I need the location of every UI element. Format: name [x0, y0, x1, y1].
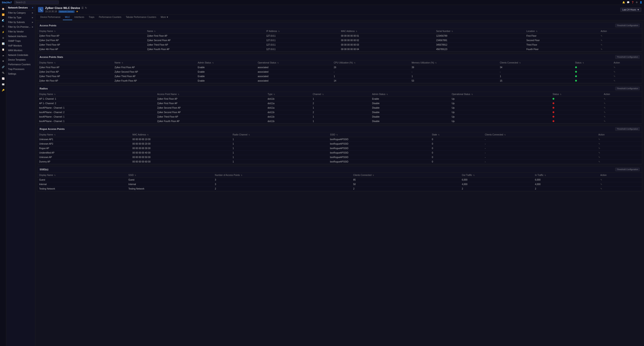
table-row: Dummy AP 00 00 00 00 60 00 1 bsnRogueAPS…	[37, 160, 642, 164]
rail-mend-icon[interactable]: ⚡	[1, 29, 6, 34]
col-type[interactable]: Type ⇅	[266, 92, 311, 97]
sidebar-add-icon[interactable]: +	[32, 6, 33, 9]
tab-tabular-performance-counters[interactable]: Tabular Performance Counters	[124, 14, 158, 20]
col-aps[interactable]: Number of Access Points ⇅	[213, 173, 352, 178]
col-status[interactable]: Status ⇅	[551, 92, 602, 97]
rail-reports-icon[interactable]: 📰	[1, 82, 6, 87]
col-display-name[interactable]: Display Name ⇅	[37, 92, 156, 97]
access-points-stats-title: Access Points Stats	[40, 56, 63, 58]
col-display-name[interactable]: Display Name ⇅	[37, 132, 130, 137]
tab-performance-counters[interactable]: Performance Counters	[96, 14, 124, 20]
time-range-selector[interactable]: Last 24 Hours ▼	[620, 7, 641, 12]
bell-icon[interactable]: 🔔	[622, 1, 625, 3]
gear-icon[interactable]: ⚙	[636, 1, 638, 3]
col-serial[interactable]: Serial Number ⇅	[434, 29, 524, 34]
icon-rail: 🏠 📶 🌊 🖧 ⚡ 🖥 📊 📋 ☁ ✖ 🔗 🔌 📈 📰 🔑	[0, 5, 6, 346]
col-admin[interactable]: Admin Status ⇅	[370, 92, 450, 97]
sidebar-item-filter-category[interactable]: Filter by Category ▶	[6, 10, 35, 15]
tab-interfaces[interactable]: Interfaces	[72, 14, 86, 20]
col-cpu[interactable]: CPU Utilization (%) ⇅	[332, 60, 410, 65]
access-points-stats-threshold-btn[interactable]: Threshold Configuration	[615, 55, 640, 59]
access-points-threshold-btn[interactable]: Threshold Configuration	[615, 24, 640, 27]
rail-network-icon[interactable]: 📶	[1, 12, 6, 17]
col-ip[interactable]: IP Address ⇅	[264, 29, 339, 34]
access-points-stats-header: Access Points Stats Threshold Configurat…	[37, 54, 642, 60]
col-status[interactable]: Status ⇅	[573, 60, 612, 65]
col-oper-status[interactable]: Operational Status ⇅	[256, 60, 332, 65]
device-menu-icon[interactable]: ☰	[82, 6, 84, 9]
sidebar-item-voip-monitors[interactable]: VoIP Monitors	[6, 43, 35, 48]
col-name[interactable]: Name ⇅	[145, 29, 264, 34]
sidebar-item-device-templates[interactable]: Device Templates	[6, 57, 35, 62]
device-info: Zylker Cisco WLC Device ☰ ↻ 10.10.30.16 …	[45, 6, 87, 13]
rail-x-icon[interactable]: ✖	[1, 58, 6, 63]
chat-icon[interactable]: 💬	[627, 1, 630, 3]
col-mem[interactable]: Memory Utilization (%) ⇅	[410, 60, 498, 65]
tab-more[interactable]: More ▼	[158, 14, 171, 20]
sidebar-item-wan-monitors[interactable]: WAN Monitors	[6, 48, 35, 53]
tab-traps[interactable]: Traps	[86, 14, 96, 20]
sidebar-item-filter-subnets[interactable]: Filter by Subnets ▶	[6, 20, 35, 24]
question-icon[interactable]: ❓	[631, 1, 634, 3]
sidebar-item-snmp-traps[interactable]: SNMP Traps	[6, 39, 35, 43]
col-admin-status[interactable]: Admin Status ⇅	[196, 60, 256, 65]
rail-log-icon[interactable]: 📋	[1, 47, 6, 52]
status-dot	[575, 71, 577, 73]
table-row: Internal Internal 3 50 4,000 4,000 ✎	[37, 182, 642, 187]
col-mac[interactable]: MAC Address ⇅	[339, 29, 434, 34]
col-location[interactable]: Location ⇅	[524, 29, 599, 34]
col-display-name[interactable]: Display Name ⇅	[37, 60, 113, 65]
edit-icon: ✎	[614, 66, 616, 69]
device-star-icon[interactable]: ★	[76, 10, 78, 13]
tab-wlc[interactable]: WLC	[63, 14, 72, 20]
sidebar-item-performance-counters[interactable]: Performance Counters	[6, 62, 35, 67]
sidebar-item-filter-vendor[interactable]: Filter by Vendor	[6, 29, 35, 34]
sidebar-item-filter-on-premise[interactable]: Filter by On-Premise... ▶	[6, 24, 35, 29]
col-oper[interactable]: Operational Status ⇅	[450, 92, 551, 97]
rail-server-icon[interactable]: 🖥	[1, 35, 6, 40]
radios-threshold-btn[interactable]: Threshold Configuration	[615, 87, 640, 90]
rail-admin-icon[interactable]: 🔑	[1, 88, 6, 92]
rail-netflow-icon[interactable]: 🌊	[1, 18, 6, 23]
sidebar-item-settings[interactable]: Settings	[6, 71, 35, 76]
rail-ncm-icon[interactable]: 🖧	[1, 24, 6, 29]
col-mac[interactable]: MAC Address ⇅	[130, 132, 231, 137]
rail-plug-icon[interactable]: 🔌	[1, 70, 6, 75]
col-ap-name[interactable]: Access Point Name ⇅	[156, 92, 266, 97]
col-clients[interactable]: Clients Connected ⇅	[352, 173, 460, 178]
edit-icon: ✎	[598, 147, 600, 150]
search-input[interactable]	[14, 0, 59, 4]
rogue-table: Display Name ⇅ MAC Address ⇅ Radio Chann…	[37, 132, 642, 164]
sidebar-item-network-interfaces[interactable]: Network Interfaces	[6, 34, 35, 39]
col-channel[interactable]: Channel ⇅	[311, 92, 370, 97]
rail-cloud-icon[interactable]: ☁	[1, 53, 6, 58]
table-row: Zylker Third Floor AP Zylker Third Floor…	[37, 43, 642, 47]
col-action: Action	[598, 173, 642, 178]
col-clients[interactable]: Clients Connected ⇅	[498, 60, 573, 65]
col-ssid[interactable]: SSID ⇅	[328, 132, 430, 137]
col-ssid[interactable]: SSID ⇅	[126, 173, 213, 178]
ssids-threshold-btn[interactable]: Threshold Configuration	[615, 168, 640, 171]
rail-apm-icon[interactable]: 📊	[1, 41, 6, 46]
tab-device-performance[interactable]: Device Performance	[38, 14, 63, 20]
rail-ncm2-icon[interactable]: 🔗	[1, 64, 6, 69]
device-refresh-icon[interactable]: ↻	[85, 6, 87, 9]
table-row: Guest Guest 3 85 6,000 6,000 ✎	[37, 178, 642, 182]
sidebar-item-filter-type[interactable]: Filter by Type ▶	[6, 15, 35, 20]
ssids-title: SSID(s)	[40, 168, 48, 171]
rogue-threshold-btn[interactable]: Threshold Configuration	[615, 127, 640, 131]
col-state[interactable]: State ⇅	[430, 132, 483, 137]
rail-home-icon[interactable]: 🏠	[1, 6, 6, 11]
col-out-traffic[interactable]: Out Traffic ⇅	[460, 173, 533, 178]
col-name[interactable]: Name ⇅	[113, 60, 196, 65]
col-in-traffic[interactable]: In Traffic ⇅	[533, 173, 598, 178]
col-clients[interactable]: Clients Connected ⇅	[483, 132, 596, 137]
rail-metrics-icon[interactable]: 📈	[1, 76, 6, 81]
col-display-name[interactable]: Display Name ⇅	[37, 29, 145, 34]
sidebar-item-trap-processors[interactable]: Trap Processors	[6, 67, 35, 71]
device-name: Zylker Cisco WLC Device	[45, 6, 80, 9]
col-radio-channel[interactable]: Radio Channel ⇅	[231, 132, 328, 137]
sidebar-item-network-credentials[interactable]: Network Credentials	[6, 53, 35, 57]
col-display-name[interactable]: Display Name ⇅	[37, 173, 126, 178]
user-icon[interactable]: 👤	[640, 1, 642, 3]
